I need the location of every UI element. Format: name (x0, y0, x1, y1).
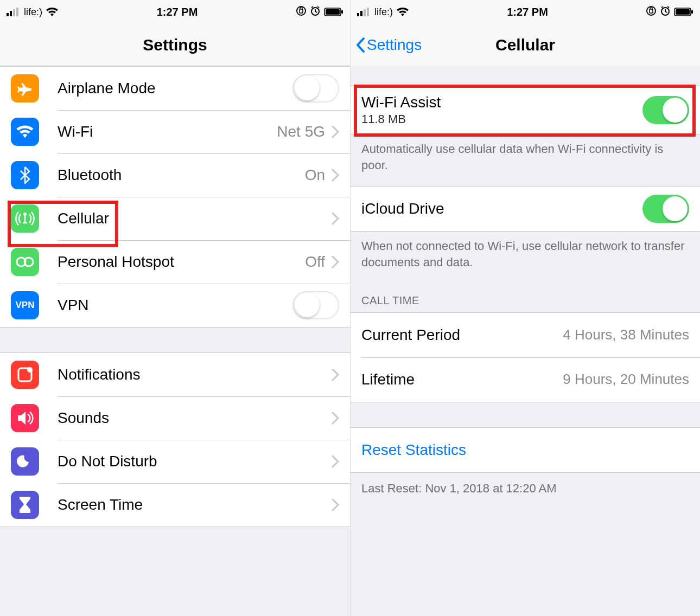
settings-screen: life:) 1:27 PM Settings Airplane (0, 0, 350, 616)
lifetime-label: Lifetime (361, 371, 563, 388)
wifi-icon (46, 7, 59, 17)
back-button[interactable]: Settings (355, 36, 422, 54)
svg-rect-16 (360, 11, 362, 16)
airplane-toggle[interactable] (292, 74, 339, 102)
rotation-lock-icon (296, 5, 307, 19)
icloud-group: iCloud Drive (351, 186, 700, 232)
row-bluetooth[interactable]: Bluetooth On (0, 153, 350, 197)
chevron-right-icon (332, 498, 339, 511)
chevron-right-icon (332, 455, 339, 468)
row-value: Off (305, 253, 325, 271)
carrier-label: life:) (374, 7, 393, 18)
signal-icon (7, 8, 21, 16)
lifetime-value: 9 Hours, 20 Minutes (563, 371, 689, 388)
rotation-lock-icon (646, 5, 657, 19)
row-notifications[interactable]: Notifications (0, 353, 350, 396)
current-period-label: Current Period (361, 326, 563, 344)
settings-group-general: Notifications Sounds Do Not Disturb Scre… (0, 352, 350, 527)
nav-bar: Settings (0, 24, 350, 66)
row-sounds[interactable]: Sounds (0, 396, 350, 440)
svg-rect-0 (7, 13, 9, 16)
screentime-icon (11, 491, 39, 519)
svg-rect-18 (367, 8, 369, 16)
chevron-right-icon (332, 255, 339, 268)
dnd-icon (11, 447, 39, 476)
back-label: Settings (367, 36, 422, 54)
row-current-period: Current Period 4 Hours, 38 Minutes (351, 313, 700, 357)
chevron-right-icon (332, 212, 339, 225)
wifi-settings-icon (11, 118, 39, 146)
wifi-icon (396, 7, 409, 17)
wifi-assist-toggle[interactable] (642, 96, 689, 124)
row-label: Wi-Fi (58, 123, 277, 140)
row-icloud-drive[interactable]: iCloud Drive (351, 187, 700, 231)
svg-rect-24 (691, 10, 693, 14)
wifi-assist-footer: Automatically use cellular data when Wi-… (351, 134, 700, 186)
nav-title: Cellular (495, 36, 555, 54)
nav-bar: Settings Cellular (351, 24, 700, 66)
carrier-label: life:) (24, 7, 42, 18)
svg-rect-2 (13, 9, 15, 16)
status-bar: life:) 1:27 PM (351, 0, 700, 24)
sounds-icon (11, 404, 39, 432)
row-value: On (305, 166, 325, 184)
signal-icon (357, 8, 371, 16)
alarm-icon (660, 5, 671, 19)
icloud-footer: When not connected to Wi-Fi, use cellula… (351, 232, 700, 283)
wifi-assist-usage: 11.8 MB (361, 112, 642, 126)
row-label: Airplane Mode (58, 80, 292, 97)
row-label: VPN (58, 297, 292, 314)
row-label: Notifications (58, 366, 332, 383)
nav-title: Settings (143, 36, 207, 54)
icloud-toggle[interactable] (642, 195, 689, 223)
svg-point-19 (647, 7, 656, 15)
cellular-screen: life:) 1:27 PM Settings Cellular (350, 0, 700, 616)
svg-point-14 (27, 367, 33, 373)
chevron-right-icon (332, 368, 339, 381)
row-cellular[interactable]: Cellular (0, 197, 350, 240)
row-personal-hotspot[interactable]: Personal Hotspot Off (0, 240, 350, 284)
wifi-assist-group: Wi-Fi Assist 11.8 MB (351, 86, 700, 134)
row-label: Screen Time (58, 496, 332, 514)
svg-rect-5 (300, 9, 303, 13)
svg-rect-15 (357, 13, 359, 16)
chevron-right-icon (332, 125, 339, 138)
svg-rect-20 (650, 9, 653, 13)
call-time-header: CALL TIME (351, 284, 700, 312)
row-wifi-assist[interactable]: Wi-Fi Assist 11.8 MB (351, 86, 700, 134)
bluetooth-icon (11, 161, 39, 189)
last-reset-footer: Last Reset: Nov 1, 2018 at 12:20 AM (351, 473, 700, 510)
svg-rect-1 (10, 11, 12, 16)
call-time-group: Current Period 4 Hours, 38 Minutes Lifet… (351, 312, 700, 402)
svg-rect-8 (326, 9, 340, 15)
row-label: Cellular (58, 210, 332, 227)
settings-group-network: Airplane Mode Wi-Fi Net 5G Bluetooth On … (0, 66, 350, 328)
row-label: Do Not Disturb (58, 453, 332, 470)
vpn-icon: VPN (11, 291, 39, 319)
row-label: Sounds (58, 409, 332, 427)
row-screen-time[interactable]: Screen Time (0, 483, 350, 527)
svg-rect-17 (364, 9, 366, 16)
wifi-assist-label: Wi-Fi Assist (361, 94, 642, 111)
row-do-not-disturb[interactable]: Do Not Disturb (0, 440, 350, 483)
row-value: Net 5G (277, 123, 325, 140)
status-time: 1:27 PM (157, 6, 198, 18)
chevron-right-icon (332, 169, 339, 182)
status-time: 1:27 PM (507, 6, 548, 18)
hotspot-icon (11, 248, 39, 276)
battery-icon (674, 7, 693, 17)
battery-icon (324, 7, 343, 17)
row-reset-statistics[interactable]: Reset Statistics (351, 428, 700, 472)
reset-statistics-label: Reset Statistics (361, 441, 466, 459)
svg-point-4 (297, 7, 306, 15)
row-label: Bluetooth (58, 166, 305, 184)
row-lifetime: Lifetime 9 Hours, 20 Minutes (351, 357, 700, 402)
icloud-label: iCloud Drive (361, 200, 642, 217)
row-vpn[interactable]: VPN VPN (0, 284, 350, 327)
svg-rect-3 (16, 8, 18, 16)
cellular-icon (11, 204, 39, 233)
row-wifi[interactable]: Wi-Fi Net 5G (0, 110, 350, 153)
vpn-toggle[interactable] (292, 291, 339, 319)
row-label: Personal Hotspot (58, 253, 305, 271)
row-airplane-mode[interactable]: Airplane Mode (0, 67, 350, 110)
